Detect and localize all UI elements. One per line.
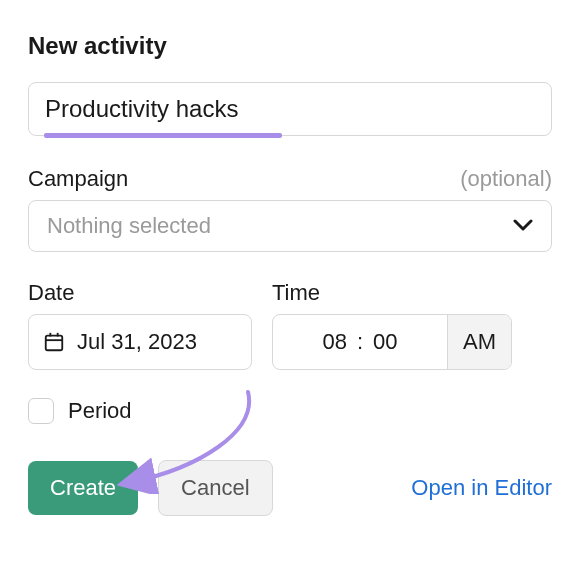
- open-in-editor-link[interactable]: Open in Editor: [411, 475, 552, 501]
- svg-rect-0: [46, 336, 63, 351]
- time-ampm-toggle[interactable]: AM: [447, 315, 511, 369]
- create-button[interactable]: Create: [28, 461, 138, 515]
- page-title: New activity: [28, 32, 552, 60]
- campaign-optional-label: (optional): [460, 166, 552, 192]
- time-hour[interactable]: 08: [322, 329, 346, 355]
- campaign-select[interactable]: Nothing selected: [28, 200, 552, 252]
- campaign-placeholder: Nothing selected: [47, 213, 211, 239]
- date-value: Jul 31, 2023: [77, 329, 197, 355]
- date-label: Date: [28, 280, 252, 306]
- time-minute[interactable]: 00: [373, 329, 397, 355]
- campaign-label: Campaign: [28, 166, 128, 192]
- period-label: Period: [68, 398, 132, 424]
- date-picker[interactable]: Jul 31, 2023: [28, 314, 252, 370]
- period-checkbox[interactable]: [28, 398, 54, 424]
- time-separator: :: [357, 329, 363, 355]
- chevron-down-icon: [513, 216, 533, 237]
- annotation-underline: [44, 133, 282, 138]
- time-label: Time: [272, 280, 512, 306]
- calendar-icon: [43, 331, 65, 353]
- time-picker[interactable]: 08 : 00 AM: [272, 314, 512, 370]
- cancel-button[interactable]: Cancel: [158, 460, 272, 516]
- activity-name-input[interactable]: [28, 82, 552, 136]
